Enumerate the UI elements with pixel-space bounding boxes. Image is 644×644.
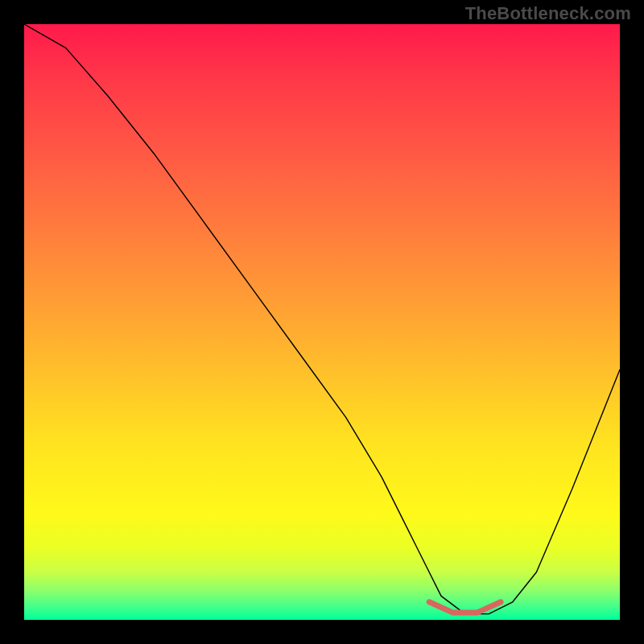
- optimal-range-highlight: [429, 602, 501, 613]
- bottleneck-curve: [24, 24, 620, 614]
- plot-area: [24, 24, 620, 620]
- chart-frame: TheBottleneck.com: [0, 0, 644, 644]
- watermark-text: TheBottleneck.com: [465, 3, 631, 24]
- curve-svg: [24, 24, 620, 620]
